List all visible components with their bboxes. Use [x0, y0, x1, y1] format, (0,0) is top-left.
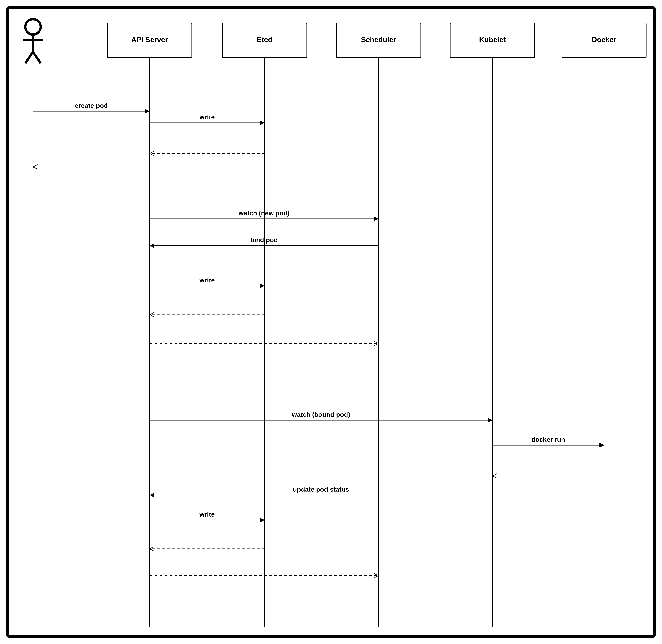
svg-marker-7	[374, 216, 379, 221]
svg-marker-6	[260, 120, 265, 125]
message-label-update_pod_status: update pod status	[293, 486, 349, 493]
message-label-write3: write	[199, 511, 215, 518]
participant-label-docker: Docker	[592, 36, 617, 44]
svg-marker-8	[149, 243, 154, 248]
message-label-bind_pod: bind pod	[250, 236, 278, 244]
svg-line-4	[33, 52, 41, 63]
message-label-write2: write	[199, 277, 215, 284]
svg-marker-9	[260, 284, 265, 288]
message-label-docker_run: docker run	[531, 436, 565, 443]
message-label-watch_bound_pod: watch (bound pod)	[292, 411, 350, 418]
svg-marker-12	[149, 493, 154, 498]
svg-line-3	[25, 52, 33, 63]
sequence-diagram: API ServerEtcdSchedulerKubeletDockercrea…	[0, 0, 662, 644]
svg-marker-5	[145, 109, 149, 114]
participant-label-kubelet: Kubelet	[479, 36, 506, 44]
participant-label-scheduler: Scheduler	[361, 36, 396, 44]
svg-marker-13	[260, 518, 265, 522]
message-label-create_pod: create pod	[75, 102, 108, 109]
participant-label-etcd: Etcd	[257, 36, 273, 44]
participant-label-api: API Server	[131, 36, 168, 44]
actor-icon	[23, 19, 43, 63]
svg-point-0	[25, 19, 41, 34]
svg-marker-11	[599, 443, 604, 447]
message-label-watch_new_pod: watch (new pod)	[238, 209, 289, 217]
message-label-write1: write	[199, 113, 215, 121]
svg-marker-10	[488, 418, 493, 422]
